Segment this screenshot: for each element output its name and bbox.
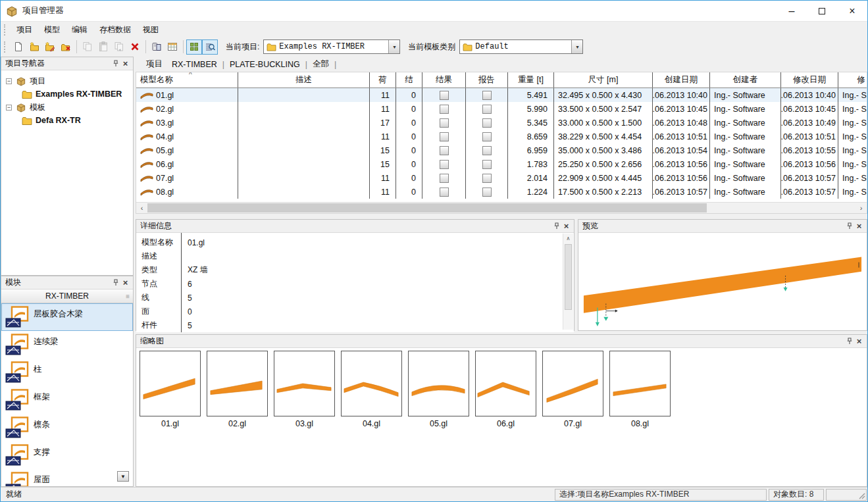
column-header[interactable]: 修改日期 bbox=[781, 72, 838, 88]
report-checkbox[interactable] bbox=[482, 118, 492, 128]
minimize-button[interactable]: – bbox=[777, 1, 807, 21]
column-header[interactable]: 报告 bbox=[466, 72, 508, 88]
module-item[interactable]: 层板胶合木梁 bbox=[1, 303, 133, 331]
results-checkbox[interactable] bbox=[440, 146, 449, 155]
maximize-button[interactable] bbox=[807, 1, 837, 21]
tab-all[interactable]: 全部 bbox=[308, 57, 334, 71]
column-header[interactable]: 描述 bbox=[238, 72, 370, 88]
tree-node[interactable]: −模板 bbox=[6, 101, 133, 114]
thumbnail[interactable]: 06.gl bbox=[475, 351, 536, 428]
menu-drag-grip[interactable] bbox=[4, 24, 7, 36]
report-checkbox[interactable] bbox=[482, 188, 492, 197]
chevron-down-icon[interactable]: ▼ bbox=[388, 40, 399, 53]
new-project-button[interactable] bbox=[26, 39, 42, 55]
scrollbar-thumb[interactable] bbox=[565, 244, 572, 310]
results-checkbox[interactable] bbox=[440, 132, 449, 141]
thumbnail-image[interactable] bbox=[475, 351, 536, 416]
current-project-combo[interactable]: Examples RX-TIMBER ▼ bbox=[263, 39, 400, 54]
toolbar-drag-grip[interactable] bbox=[4, 41, 7, 53]
column-header[interactable]: 修 bbox=[838, 72, 867, 88]
delete-project-button[interactable] bbox=[58, 39, 74, 55]
modules-group-header[interactable]: RX-TIMBER ≡ bbox=[1, 289, 133, 303]
open-project-button[interactable] bbox=[42, 39, 58, 55]
column-header[interactable]: 结果 bbox=[422, 72, 466, 88]
thumbnail[interactable]: 04.gl bbox=[341, 351, 402, 428]
report-checkbox[interactable] bbox=[482, 132, 492, 141]
thumbnail[interactable]: 02.gl bbox=[207, 351, 268, 428]
column-header[interactable]: 模型名称^ bbox=[136, 72, 238, 88]
module-item[interactable]: 连续梁 bbox=[1, 331, 133, 359]
resize-grip[interactable] bbox=[826, 489, 867, 501]
thumbnail[interactable]: 08.gl bbox=[609, 351, 671, 428]
thumbnail-image[interactable] bbox=[542, 351, 603, 416]
column-header[interactable]: 荷 bbox=[370, 72, 396, 88]
pin-icon[interactable] bbox=[844, 221, 854, 231]
menu-item-edit[interactable]: 编辑 bbox=[66, 23, 93, 36]
results-checkbox[interactable] bbox=[440, 160, 449, 169]
model-row[interactable]: 01.gl1105.49132.495 x 0.500 x 4.4301.06.… bbox=[136, 88, 867, 102]
thumbnail-image[interactable] bbox=[408, 351, 469, 416]
model-row[interactable]: 05.gl1506.95935.000 x 0.500 x 3.4861.06.… bbox=[136, 143, 867, 157]
chevron-down-icon[interactable]: ▼ bbox=[571, 40, 582, 53]
close-panel-icon[interactable]: × bbox=[854, 336, 864, 346]
tab-plate-buckling[interactable]: PLATE-BUCKLING bbox=[225, 59, 305, 70]
thumbnail[interactable]: 07.gl bbox=[542, 351, 603, 428]
vertical-scrollbar[interactable]: ∧ bbox=[563, 234, 573, 330]
template-category-combo[interactable]: Default ▼ bbox=[459, 39, 583, 54]
modules-scroll-down-button[interactable]: ▼ bbox=[117, 471, 129, 482]
close-panel-icon[interactable]: × bbox=[120, 59, 130, 68]
thumbnail[interactable]: 05.gl bbox=[408, 351, 469, 428]
delete-button[interactable] bbox=[127, 39, 143, 55]
tree-node[interactable]: Defa RX-TR bbox=[6, 114, 133, 127]
report-checkbox[interactable] bbox=[482, 105, 492, 114]
close-panel-icon[interactable]: × bbox=[854, 221, 864, 231]
column-header[interactable]: 尺寸 [m] bbox=[554, 72, 653, 88]
tree-expander-icon[interactable]: − bbox=[6, 78, 12, 84]
scroll-left-arrow[interactable]: ‹ bbox=[136, 203, 147, 213]
menu-item-archive-data[interactable]: 存档数据 bbox=[93, 23, 137, 36]
thumbnail-image[interactable] bbox=[341, 351, 402, 416]
thumbnail[interactable]: 03.gl bbox=[274, 351, 335, 428]
menu-item-project[interactable]: 项目 bbox=[11, 23, 38, 36]
column-header[interactable]: 创建者 bbox=[710, 72, 781, 88]
module-item[interactable]: 支撑 bbox=[1, 441, 133, 469]
report-checkbox[interactable] bbox=[482, 174, 492, 183]
model-row[interactable]: 03.gl1705.34533.000 x 0.500 x 1.5001.06.… bbox=[136, 116, 867, 130]
pin-icon[interactable] bbox=[551, 221, 561, 231]
model-row[interactable]: 04.gl1108.65938.229 x 0.500 x 4.4541.06.… bbox=[136, 130, 867, 143]
menu-item-view[interactable]: 视图 bbox=[137, 23, 165, 36]
tab-project[interactable]: 项目 bbox=[141, 57, 167, 71]
menu-item-model[interactable]: 模型 bbox=[38, 23, 66, 36]
tree-node[interactable]: −项目 bbox=[6, 74, 133, 88]
pin-icon[interactable] bbox=[844, 336, 854, 346]
thumbnail[interactable]: 01.gl bbox=[140, 351, 201, 428]
model-link-button[interactable] bbox=[149, 39, 165, 55]
details-view-toggle[interactable] bbox=[202, 39, 218, 55]
tree-expander-icon[interactable]: − bbox=[6, 105, 12, 111]
paste-button[interactable] bbox=[95, 39, 111, 55]
close-panel-icon[interactable]: × bbox=[120, 278, 130, 288]
results-checkbox[interactable] bbox=[440, 91, 449, 100]
new-model-button[interactable] bbox=[11, 39, 26, 55]
copy-button[interactable] bbox=[80, 39, 95, 55]
tab-rx-timber[interactable]: RX-TIMBER bbox=[167, 59, 222, 70]
horizontal-scrollbar[interactable]: ‹ › bbox=[136, 202, 867, 213]
scroll-up-arrow[interactable]: ∧ bbox=[563, 234, 573, 243]
thumbnail-image[interactable] bbox=[140, 351, 201, 416]
tree-node[interactable]: Examples RX-TIMBER bbox=[6, 88, 133, 101]
column-header[interactable]: 结 bbox=[396, 72, 422, 88]
thumbnail-view-toggle[interactable] bbox=[186, 39, 202, 55]
scrollbar-thumb[interactable] bbox=[147, 203, 707, 213]
module-item[interactable]: 屋面 bbox=[1, 469, 133, 486]
pin-icon[interactable] bbox=[111, 59, 120, 68]
column-header[interactable]: 创建日期 bbox=[653, 72, 710, 88]
table-view-button[interactable] bbox=[165, 39, 180, 55]
model-row[interactable]: 08.gl1101.22417.500 x 0.500 x 2.2131.06.… bbox=[136, 185, 867, 199]
report-checkbox[interactable] bbox=[482, 91, 492, 100]
report-checkbox[interactable] bbox=[482, 160, 492, 169]
thumbnail-image[interactable] bbox=[609, 351, 671, 416]
module-item[interactable]: 框架 bbox=[1, 386, 133, 414]
results-checkbox[interactable] bbox=[440, 118, 449, 128]
scroll-right-arrow[interactable]: › bbox=[855, 203, 867, 213]
pin-icon[interactable] bbox=[111, 278, 120, 288]
